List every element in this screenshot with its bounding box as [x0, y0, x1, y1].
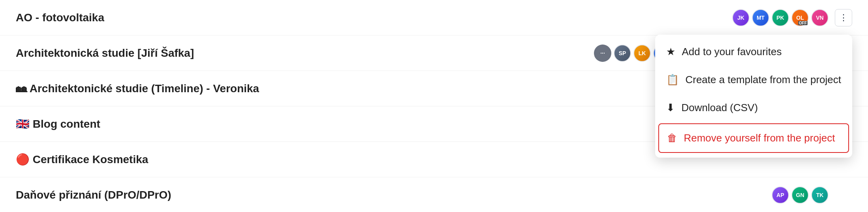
avatar: SP	[614, 45, 631, 62]
avatar: MT	[752, 9, 769, 26]
project-avatars: AP GN TK	[772, 186, 829, 204]
avatar: AP	[772, 186, 789, 204]
project-avatars: JK MT PK OFF OL VN	[732, 9, 829, 26]
avatar: GN	[791, 186, 809, 204]
avatar: OFF OL	[791, 9, 809, 26]
more-options-button[interactable]: ⋮	[835, 9, 852, 26]
project-row: AO - fotovoltaika JK MT PK OFF OL VN ⋮	[0, 0, 868, 35]
avatar-wrap: OFF OL	[791, 9, 809, 26]
project-name: AO - fotovoltaika	[16, 11, 732, 24]
avatar: JK	[732, 9, 750, 26]
project-name: Architektonická studie [Jiří Šafka]	[16, 47, 594, 60]
dropdown-menu: ★ Add to your favourites 📋 Create a temp…	[655, 35, 852, 158]
star-icon: ★	[666, 46, 675, 58]
avatar-wrap: JK	[732, 9, 750, 26]
avatar: PK	[772, 9, 789, 26]
dropdown-item-download-csv[interactable]: ⬇ Download (CSV)	[655, 94, 852, 122]
avatar: TK	[811, 186, 829, 204]
avatar-wrap: MT	[752, 9, 769, 26]
template-icon: 📋	[666, 74, 679, 86]
avatar: LK	[633, 45, 651, 62]
avatar-wrap: VN	[811, 9, 829, 26]
dropdown-item-label: Add to your favourites	[682, 46, 782, 58]
project-row: Daňové přiznání (DPrO/DPrO) AP GN TK ⋮	[0, 177, 868, 212]
avatar-wrap: PK	[772, 9, 789, 26]
trash-icon: 🗑	[667, 132, 677, 144]
dropdown-item-label: Download (CSV)	[681, 102, 758, 114]
project-name: Daňové přiznání (DPrO/DPrO)	[16, 189, 772, 201]
dropdown-item-label: Create a template from the project	[685, 74, 841, 86]
dropdown-item-favourites[interactable]: ★ Add to your favourites	[655, 38, 852, 66]
dropdown-item-create-template[interactable]: 📋 Create a template from the project	[655, 66, 852, 94]
avatar: VN	[811, 9, 829, 26]
download-icon: ⬇	[666, 102, 675, 114]
dropdown-item-label: Remove yourself from the project	[684, 132, 835, 144]
avatar-more: ···	[594, 45, 611, 62]
dropdown-item-remove-self[interactable]: 🗑 Remove yourself from the project	[658, 123, 849, 153]
